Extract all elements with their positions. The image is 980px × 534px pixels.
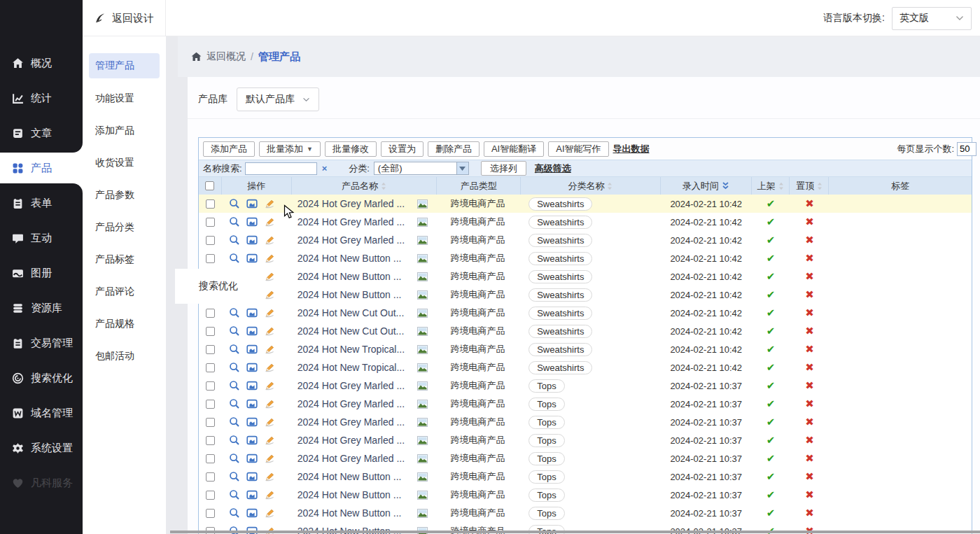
copy-icon[interactable] — [246, 489, 258, 500]
on-shelf-check-icon[interactable]: ✔ — [766, 452, 776, 465]
product-image-thumbnail[interactable] — [417, 290, 428, 300]
header-6[interactable]: 录入时间 — [661, 177, 752, 195]
toolbar-button-1[interactable]: 添加产品 — [203, 141, 255, 157]
edit-icon[interactable] — [264, 234, 275, 246]
sidebar-item-13[interactable]: 凡科服务 — [0, 470, 83, 496]
copy-icon[interactable] — [246, 471, 258, 482]
pinned-x-icon[interactable]: ✖ — [805, 343, 814, 356]
product-name[interactable]: 2024 Hot Grey Marled ... — [298, 453, 405, 464]
back-to-design-button[interactable]: 返回设计 — [83, 0, 166, 36]
edit-icon[interactable] — [264, 489, 275, 500]
edit-icon[interactable] — [264, 344, 275, 355]
copy-icon[interactable] — [246, 507, 258, 519]
edit-icon[interactable] — [264, 216, 275, 227]
sidebar-item-3[interactable]: 文章 — [0, 120, 83, 146]
on-shelf-check-icon[interactable]: ✔ — [766, 470, 776, 483]
pinned-x-icon[interactable]: ✖ — [805, 416, 814, 428]
submenu-item-2[interactable]: 功能设置 — [89, 86, 160, 111]
on-shelf-check-icon[interactable]: ✔ — [766, 270, 776, 283]
product-name[interactable]: 2024 Hot New Cut Out... — [298, 325, 405, 337]
preview-icon[interactable] — [229, 216, 240, 227]
header-8[interactable]: 置顶 — [790, 177, 829, 195]
copy-icon[interactable] — [246, 234, 258, 246]
product-name[interactable]: 2024 Hot Grey Marled ... — [298, 216, 405, 227]
on-shelf-check-icon[interactable]: ✔ — [766, 416, 776, 428]
language-select[interactable]: 英文版 — [892, 7, 972, 30]
row-checkbox[interactable] — [206, 363, 215, 372]
product-name[interactable]: 2024 Hot New Button ... — [298, 507, 402, 519]
sidebar-item-5[interactable]: 表单 — [0, 190, 83, 216]
row-checkbox[interactable] — [206, 218, 215, 227]
sort-icon[interactable] — [607, 182, 612, 190]
preview-icon[interactable] — [229, 380, 240, 391]
toolbar-button-4[interactable]: 设置为 — [381, 141, 424, 157]
product-name[interactable]: 2024 Hot Grey Marled ... — [298, 234, 405, 246]
advanced-filter-link[interactable]: 高级筛选 — [535, 162, 571, 175]
edit-icon[interactable] — [264, 307, 275, 318]
product-image-thumbnail[interactable] — [417, 272, 428, 281]
pinned-x-icon[interactable]: ✖ — [805, 361, 814, 374]
pinned-x-icon[interactable]: ✖ — [805, 307, 814, 319]
edit-icon[interactable] — [264, 453, 275, 464]
on-shelf-check-icon[interactable]: ✔ — [766, 379, 776, 392]
product-image-thumbnail[interactable] — [417, 381, 428, 391]
pinned-x-icon[interactable]: ✖ — [805, 288, 814, 301]
copy-icon[interactable] — [246, 198, 258, 209]
product-image-thumbnail[interactable] — [417, 509, 428, 518]
sidebar-item-2[interactable]: 统计 — [0, 85, 83, 111]
pinned-x-icon[interactable]: ✖ — [805, 470, 814, 483]
preview-icon[interactable] — [229, 307, 240, 318]
product-name[interactable]: 2024 Hot New Button ... — [298, 271, 402, 282]
on-shelf-check-icon[interactable]: ✔ — [766, 252, 776, 265]
preview-icon[interactable] — [229, 398, 240, 409]
product-image-thumbnail[interactable] — [417, 254, 428, 263]
row-checkbox[interactable] — [206, 327, 215, 336]
row-checkbox[interactable] — [206, 309, 215, 318]
row-checkbox[interactable] — [206, 199, 215, 209]
edit-icon[interactable] — [264, 380, 275, 391]
toolbar-button-2[interactable]: 批量添加▼ — [259, 141, 321, 157]
header-5[interactable]: 分类名称 — [521, 177, 661, 195]
preview-icon[interactable] — [229, 471, 240, 482]
row-checkbox[interactable] — [206, 436, 215, 445]
submenu-item-9[interactable]: 产品规格 — [89, 311, 160, 337]
sidebar-item-7[interactable]: 图册 — [0, 260, 83, 286]
copy-icon[interactable] — [246, 325, 258, 337]
copy-icon[interactable] — [246, 253, 258, 264]
product-name[interactable]: 2024 Hot Grey Marled ... — [298, 198, 405, 209]
select-all-checkbox[interactable] — [205, 181, 214, 190]
sort-icon[interactable] — [778, 182, 784, 190]
product-name[interactable]: 2024 Hot Grey Marled ... — [298, 416, 405, 428]
pinned-x-icon[interactable]: ✖ — [805, 489, 814, 501]
sidebar-item-12[interactable]: 系统设置 — [0, 435, 83, 461]
copy-icon[interactable] — [246, 344, 258, 355]
row-checkbox[interactable] — [206, 418, 215, 427]
edit-icon[interactable] — [264, 289, 275, 300]
edit-icon[interactable] — [264, 271, 275, 282]
header-7[interactable]: 上架 — [752, 177, 790, 195]
sidebar-item-1[interactable]: 概况 — [0, 50, 83, 76]
submenu-item-4[interactable]: 收货设置 — [89, 150, 160, 176]
edit-icon[interactable] — [264, 507, 275, 519]
sidebar-item-4[interactable]: 产品 — [0, 155, 83, 181]
edit-icon[interactable] — [264, 416, 275, 428]
row-checkbox[interactable] — [206, 491, 215, 500]
toolbar-button-5[interactable]: 删除产品 — [428, 141, 479, 157]
pinned-x-icon[interactable]: ✖ — [805, 234, 814, 246]
preview-icon[interactable] — [229, 253, 240, 264]
select-columns-button[interactable]: 选择列 — [481, 161, 526, 176]
on-shelf-check-icon[interactable]: ✔ — [766, 361, 776, 374]
edit-icon[interactable] — [264, 253, 275, 264]
submenu-item-8[interactable]: 产品评论 — [89, 279, 160, 304]
breadcrumb-back-link[interactable]: 返回概况 — [206, 50, 246, 63]
product-library-select[interactable]: 默认产品库 — [237, 87, 319, 111]
product-name[interactable]: 2024 Hot New Tropical... — [298, 344, 405, 355]
toolbar-button-6[interactable]: AI智能翻译 — [484, 141, 544, 157]
sidebar-item-6[interactable]: 互动 — [0, 225, 83, 251]
edit-icon[interactable] — [264, 325, 275, 337]
on-shelf-check-icon[interactable]: ✔ — [766, 216, 776, 228]
submenu-item-3[interactable]: 添加产品 — [89, 118, 160, 143]
sort-icon[interactable] — [381, 182, 386, 190]
product-image-thumbnail[interactable] — [417, 309, 428, 318]
row-checkbox[interactable] — [206, 400, 215, 409]
